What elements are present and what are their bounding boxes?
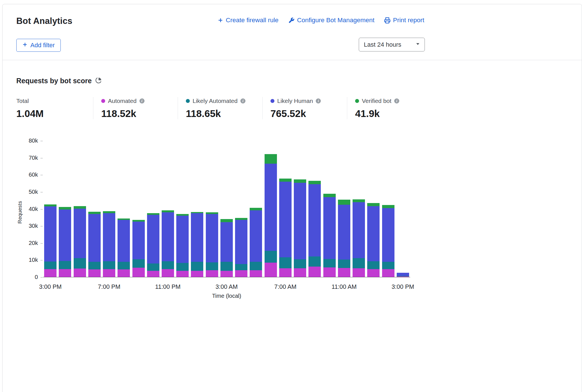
bar-segment-likely-automated[interactable]	[132, 259, 145, 268]
bar-segment-likely-automated[interactable]	[162, 261, 174, 269]
bar-segment-likely-human[interactable]	[279, 182, 292, 257]
stacked-bar[interactable]	[132, 141, 145, 277]
bar-segment-verified-bot[interactable]	[382, 205, 394, 208]
bar-segment-likely-human[interactable]	[294, 183, 306, 259]
bar-segment-automated[interactable]	[250, 270, 262, 277]
bar-segment-verified-bot[interactable]	[265, 154, 277, 164]
stacked-bar[interactable]	[250, 141, 262, 277]
stacked-bar[interactable]	[382, 141, 394, 277]
bar-segment-likely-automated[interactable]	[323, 259, 336, 267]
bar-segment-likely-automated[interactable]	[44, 262, 57, 269]
stacked-bar[interactable]	[59, 141, 71, 277]
bar-segment-automated[interactable]	[88, 269, 101, 277]
stacked-bar[interactable]	[191, 141, 203, 277]
bar-segment-likely-human[interactable]	[353, 202, 365, 258]
bar-segment-likely-human[interactable]	[220, 222, 233, 262]
bar-segment-automated[interactable]	[74, 269, 86, 277]
bar-segment-likely-automated[interactable]	[367, 261, 380, 269]
stacked-bar[interactable]	[118, 141, 130, 277]
stacked-bar[interactable]	[206, 141, 218, 277]
bar-segment-likely-automated[interactable]	[74, 258, 86, 268]
bar-segment-verified-bot[interactable]	[250, 208, 262, 210]
bar-segment-automated[interactable]	[353, 268, 365, 277]
bar-segment-likely-automated[interactable]	[308, 256, 321, 267]
bar-segment-automated[interactable]	[279, 268, 292, 277]
stacked-bar[interactable]	[338, 141, 350, 277]
bar-segment-likely-human[interactable]	[323, 197, 336, 259]
stacked-bar[interactable]	[323, 141, 336, 277]
bar-segment-automated[interactable]	[206, 270, 218, 277]
stacked-bar[interactable]	[74, 141, 86, 277]
bar-segment-automated[interactable]	[294, 268, 306, 277]
info-icon[interactable]	[394, 98, 399, 103]
create-firewall-rule-link[interactable]: Create firewall rule	[218, 17, 279, 24]
print-report-link[interactable]: Print report	[384, 17, 424, 24]
bar-segment-likely-automated[interactable]	[206, 262, 218, 270]
stacked-bar[interactable]	[176, 141, 189, 277]
bar-segment-automated[interactable]	[367, 269, 380, 277]
bar-segment-likely-automated[interactable]	[103, 261, 115, 269]
stacked-bar[interactable]	[265, 141, 277, 277]
bar-segment-likely-human[interactable]	[44, 206, 57, 262]
stacked-bar[interactable]	[353, 141, 365, 277]
bar-segment-likely-human[interactable]	[118, 220, 130, 262]
bar-segment-verified-bot[interactable]	[323, 194, 336, 197]
bar-segment-verified-bot[interactable]	[279, 179, 292, 182]
bar-segment-likely-automated[interactable]	[235, 264, 247, 270]
stacked-bar[interactable]	[367, 141, 380, 277]
bar-segment-automated[interactable]	[59, 269, 71, 277]
stacked-bar[interactable]	[294, 141, 306, 277]
bar-segment-verified-bot[interactable]	[74, 206, 86, 209]
bar-segment-verified-bot[interactable]	[44, 204, 57, 206]
bar-segment-likely-human[interactable]	[59, 209, 71, 261]
bar-segment-likely-human[interactable]	[103, 213, 115, 261]
bar-segment-likely-human[interactable]	[367, 206, 380, 262]
add-filter-button[interactable]: Add filter	[16, 39, 61, 52]
bar-segment-likely-automated[interactable]	[338, 260, 350, 268]
bar-segment-likely-human[interactable]	[235, 220, 247, 264]
bar-segment-likely-automated[interactable]	[353, 258, 365, 268]
bar-segment-verified-bot[interactable]	[353, 199, 365, 202]
bar-segment-automated[interactable]	[397, 276, 409, 277]
bar-segment-automated[interactable]	[118, 269, 130, 277]
bar-segment-likely-human[interactable]	[88, 214, 101, 262]
bar-segment-likely-automated[interactable]	[191, 262, 203, 271]
bar-segment-likely-human[interactable]	[265, 164, 277, 251]
bar-segment-verified-bot[interactable]	[147, 213, 159, 215]
bar-segment-verified-bot[interactable]	[88, 212, 101, 214]
bar-segment-automated[interactable]	[176, 271, 189, 277]
bar-segment-likely-human[interactable]	[132, 222, 145, 259]
stacked-bar[interactable]	[44, 141, 57, 277]
bar-segment-likely-automated[interactable]	[250, 262, 262, 270]
bar-segment-likely-automated[interactable]	[279, 257, 292, 268]
bar-segment-verified-bot[interactable]	[59, 207, 71, 209]
bar-segment-likely-human[interactable]	[147, 215, 159, 263]
bar-segment-likely-human[interactable]	[382, 208, 394, 262]
bar-segment-automated[interactable]	[382, 269, 394, 277]
bar-segment-automated[interactable]	[220, 271, 233, 277]
configure-bot-management-link[interactable]: Configure Bot Management	[288, 17, 375, 24]
bar-segment-verified-bot[interactable]	[367, 203, 380, 206]
bar-segment-likely-human[interactable]	[397, 273, 409, 276]
bar-segment-likely-human[interactable]	[338, 205, 350, 260]
bar-segment-automated[interactable]	[338, 268, 350, 277]
bar-segment-likely-human[interactable]	[74, 209, 86, 258]
stacked-bar[interactable]	[279, 141, 292, 277]
stacked-bar[interactable]	[220, 141, 233, 277]
bar-segment-likely-human[interactable]	[176, 216, 189, 263]
bar-segment-likely-automated[interactable]	[147, 263, 159, 271]
bar-segment-verified-bot[interactable]	[294, 179, 306, 183]
bar-segment-verified-bot[interactable]	[103, 211, 115, 213]
bar-segment-automated[interactable]	[132, 268, 145, 277]
bar-segment-verified-bot[interactable]	[162, 210, 174, 212]
bar-segment-automated[interactable]	[235, 270, 247, 277]
bar-segment-likely-automated[interactable]	[220, 262, 233, 271]
bar-segment-automated[interactable]	[162, 269, 174, 277]
bar-segment-likely-automated[interactable]	[265, 251, 277, 263]
bar-segment-automated[interactable]	[147, 271, 159, 277]
stacked-bar[interactable]	[235, 141, 247, 277]
bar-segment-likely-human[interactable]	[250, 210, 262, 262]
bar-segment-automated[interactable]	[44, 269, 57, 277]
bar-segment-likely-automated[interactable]	[294, 259, 306, 269]
bar-segment-automated[interactable]	[191, 271, 203, 277]
